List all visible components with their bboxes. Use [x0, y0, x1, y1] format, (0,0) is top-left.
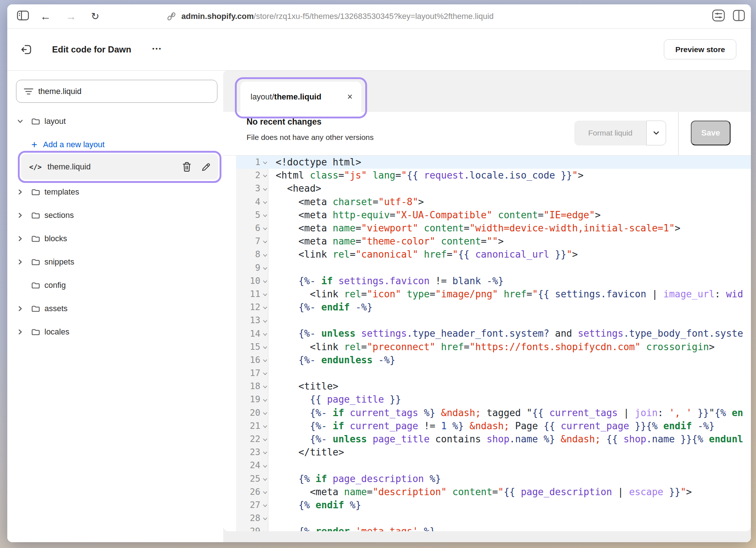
code-text[interactable]: <meta charset="utf-8"> — [268, 195, 751, 208]
code-line[interactable]: 5 <meta http-equiv="X-UA-Compatible" con… — [236, 208, 751, 222]
code-text[interactable] — [268, 261, 751, 274]
fold-chevron-icon[interactable] — [263, 293, 267, 296]
fold-chevron-icon[interactable] — [263, 425, 267, 428]
fold-chevron-icon[interactable] — [263, 399, 267, 402]
browser-settings-icon[interactable] — [712, 9, 725, 24]
rename-file-icon[interactable] — [201, 162, 211, 172]
code-text[interactable] — [268, 459, 751, 472]
fold-chevron-icon[interactable] — [263, 346, 267, 349]
code-line[interactable]: 18 <title> — [236, 380, 751, 393]
code-line[interactable]: 14 {%- unless settings.type_header_font.… — [236, 327, 751, 340]
code-line[interactable]: 21 {%- if current_page != 1 %} &ndash; P… — [236, 419, 751, 432]
code-line[interactable]: 28 — [236, 512, 751, 525]
chevron-right-icon[interactable] — [17, 307, 31, 310]
code-text[interactable]: {% endif %} — [268, 498, 751, 512]
chevron-right-icon[interactable] — [17, 260, 31, 264]
tab-theme-liquid[interactable]: layout/theme.liquid × — [240, 82, 361, 112]
sidebar-item-assets[interactable]: assets — [7, 297, 223, 320]
fold-chevron-icon[interactable] — [263, 280, 267, 283]
code-text[interactable] — [268, 367, 751, 380]
code-text[interactable]: <meta http-equiv="X-UA-Compatible" conte… — [268, 208, 751, 222]
code-line[interactable]: 3 <head> — [236, 182, 751, 195]
code-text[interactable]: <link rel="canonical" href="{{ canonical… — [268, 248, 751, 261]
fold-chevron-icon[interactable] — [263, 491, 267, 494]
fold-chevron-icon[interactable] — [263, 517, 267, 520]
back-icon[interactable]: ← — [40, 11, 51, 22]
fold-chevron-icon[interactable] — [263, 372, 267, 375]
fold-chevron-icon[interactable] — [263, 465, 267, 468]
address-bar[interactable]: admin.shopify.com/store/rzq1xu-f5/themes… — [167, 4, 493, 28]
sidebar-item-layout[interactable]: layout — [7, 110, 223, 133]
code-text[interactable] — [268, 512, 751, 525]
code-text[interactable]: {%- endunless -%} — [268, 353, 751, 367]
code-line[interactable]: 1 <!doctype html> — [236, 156, 751, 169]
chevron-right-icon[interactable] — [17, 330, 31, 334]
code-line[interactable]: 16 {%- endunless -%} — [236, 353, 751, 367]
code-line[interactable]: 9 — [236, 261, 751, 274]
fold-chevron-icon[interactable] — [263, 504, 267, 507]
code-line[interactable]: 22 {%- unless page_title contains shop.n… — [236, 432, 751, 446]
code-line[interactable]: 24 — [236, 459, 751, 472]
fold-chevron-icon[interactable] — [263, 267, 267, 270]
code-text[interactable]: {% if page_description %} — [268, 472, 751, 485]
forward-icon[interactable]: → — [66, 11, 76, 22]
code-text[interactable]: {%- unless settings.type_header_font.sys… — [268, 327, 751, 340]
code-line[interactable]: 4 <meta charset="utf-8"> — [236, 195, 751, 208]
fold-chevron-icon[interactable] — [263, 214, 267, 217]
chevron-down-icon[interactable] — [17, 120, 31, 123]
delete-file-icon[interactable] — [182, 162, 192, 172]
sidebar-item-locales[interactable]: locales — [7, 320, 223, 344]
code-text[interactable]: <html class="js" lang="{{ request.locale… — [268, 169, 751, 182]
code-text[interactable]: <head> — [268, 182, 751, 195]
sidebar-toggle-icon[interactable] — [17, 11, 29, 23]
fold-chevron-icon[interactable] — [263, 188, 267, 191]
fold-chevron-icon[interactable] — [263, 438, 267, 441]
code-editor[interactable]: 1 <!doctype html> 2 <html class="js" lan… — [223, 155, 751, 531]
fold-chevron-icon[interactable] — [263, 175, 267, 177]
preview-store-button[interactable]: Preview store — [664, 39, 736, 59]
reload-icon[interactable]: ↻ — [91, 12, 99, 21]
code-line[interactable]: 10 {%- if settings.favicon != blank -%} — [236, 274, 751, 287]
save-button[interactable]: Save — [691, 121, 731, 145]
code-line[interactable]: 23 </title> — [236, 446, 751, 459]
code-line[interactable]: 26 <meta name="description" content="{{ … — [236, 485, 751, 498]
sidebar-file-theme-liquid[interactable]: </> theme.liquid — [21, 154, 218, 180]
code-line[interactable]: 25 {% if page_description %} — [236, 472, 751, 485]
fold-chevron-icon[interactable] — [263, 412, 267, 415]
chevron-right-icon[interactable] — [17, 190, 31, 194]
code-text[interactable]: <meta name="description" content="{{ pag… — [268, 485, 751, 498]
code-line[interactable]: 11 <link rel="icon" type="image/png" hre… — [236, 287, 751, 301]
code-text[interactable]: </title> — [268, 446, 751, 459]
code-text[interactable]: {% render 'meta-tags' %} — [268, 525, 751, 531]
fold-chevron-icon[interactable] — [263, 320, 267, 323]
sidebar-item-config[interactable]: config — [7, 274, 223, 297]
code-text[interactable]: <!doctype html> — [268, 156, 751, 169]
code-text[interactable]: <link rel="icon" type="image/png" href="… — [268, 287, 751, 301]
fold-chevron-icon[interactable] — [263, 254, 267, 257]
format-options-dropdown[interactable] — [646, 121, 666, 145]
code-line[interactable]: 7 <meta name="theme-color" content=""> — [236, 235, 751, 248]
fold-chevron-icon[interactable] — [263, 333, 267, 336]
fold-chevron-icon[interactable] — [263, 201, 267, 204]
code-text[interactable]: <title> — [268, 380, 751, 393]
sidebar-item-templates[interactable]: templates — [7, 180, 223, 204]
code-line[interactable]: 12 {%- endif -%} — [236, 301, 751, 314]
code-line[interactable]: 13 — [236, 314, 751, 327]
code-text[interactable]: {%- if current_page != 1 %} &ndash; Page… — [268, 419, 751, 432]
code-line[interactable]: 29 {% render 'meta-tags' %} — [236, 525, 751, 531]
code-text[interactable]: {{ page_title }} — [268, 393, 751, 406]
code-text[interactable] — [268, 314, 751, 327]
code-text[interactable]: {%- unless page_title contains shop.name… — [268, 432, 751, 446]
code-line[interactable]: 27 {% endif %} — [236, 498, 751, 512]
fold-chevron-icon[interactable] — [263, 306, 267, 309]
code-line[interactable]: 20 {%- if current_tags %} &ndash; tagged… — [236, 406, 751, 419]
exit-code-editor-icon[interactable] — [20, 43, 33, 56]
close-tab-icon[interactable]: × — [347, 92, 353, 101]
format-liquid-button[interactable]: Format liquid — [574, 121, 666, 145]
code-line[interactable]: 19 {{ page_title }} — [236, 393, 751, 406]
sidebar-item-snippets[interactable]: snippets — [7, 250, 223, 274]
code-text[interactable]: <link rel="preconnect" href="https://fon… — [268, 340, 751, 353]
code-line[interactable]: 17 — [236, 367, 751, 380]
code-text[interactable]: {%- if current_tags %} &ndash; tagged "{… — [268, 406, 751, 419]
search-input[interactable] — [38, 86, 199, 97]
